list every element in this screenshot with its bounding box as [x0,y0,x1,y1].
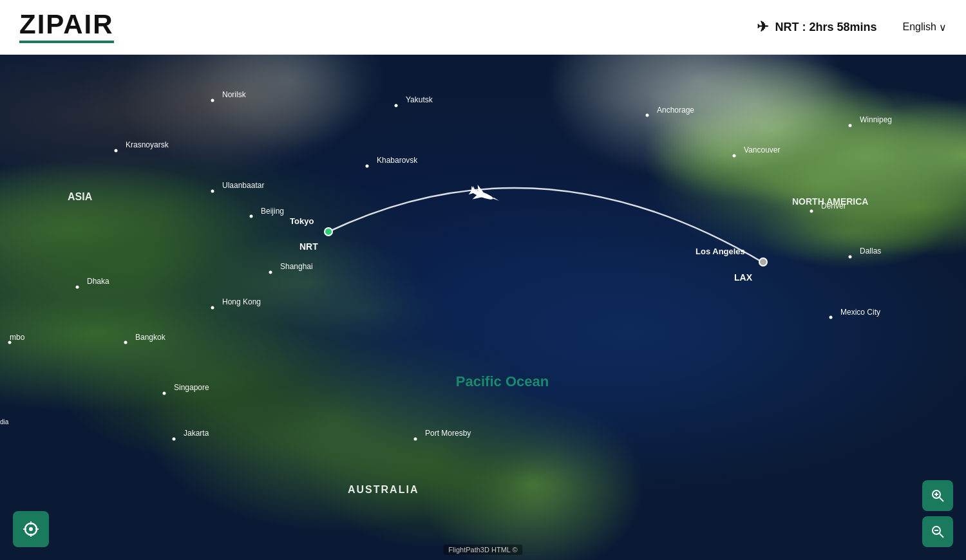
logo-underline [19,41,114,43]
city-dot-ulaanbaatar [211,189,214,192]
logo-text: ZIPAIR [19,11,114,38]
header: ZIPAIR ✈ NRT : 2hrs 58mins English ∨ [0,0,966,55]
city-dot-norilsk [211,98,214,102]
city-dot-vancouver [733,154,736,158]
chevron-down-icon: ∨ [939,21,947,33]
flight-label: NRT : 2hrs 58mins [775,21,876,34]
logo: ZIPAIR [19,11,114,43]
city-dot-yakutsk [395,104,398,107]
airport-dot-lax [759,257,768,266]
svg-line-2 [940,498,943,501]
language-selector[interactable]: English ∨ [903,21,947,33]
city-dot-colombo [8,341,12,344]
location-icon [22,520,40,538]
flight-info: ✈ NRT : 2hrs 58mins [757,19,876,35]
city-dot-mexicocity [829,316,833,319]
city-dot-krasnoyarsk [115,149,118,153]
zoom-in-icon [931,489,944,502]
city-dot-winnipeg [849,124,852,127]
city-dot-hongkong [211,306,214,309]
city-dot-bangkok [124,341,128,344]
zoom-out-button[interactable] [922,516,953,547]
city-dot-dhaka [76,286,79,289]
svg-line-6 [940,534,943,537]
zoom-out-icon [931,525,944,538]
location-reset-button[interactable] [13,511,49,547]
plane-icon-header: ✈ [757,19,768,35]
city-dot-anchorage [646,114,649,117]
header-right: ✈ NRT : 2hrs 58mins English ∨ [757,19,947,35]
city-dot-beijing [250,215,253,218]
map-container: ASIA NORTH AMERICA AUSTRALIA Pacific Oce… [0,55,966,560]
airport-dot-nrt [324,227,333,236]
city-dot-dallas [849,256,852,259]
zoom-in-button[interactable] [922,480,953,511]
city-dot-shanghai [269,270,272,274]
city-dot-khabarovsk [366,164,369,167]
copyright-text: FlightPath3D HTML © [443,545,522,555]
zoom-controls [922,480,953,547]
language-text: English [903,21,936,33]
city-dot-jakarta [173,437,176,440]
city-dot-singapore [163,391,166,395]
city-dot-portmoresby [414,437,417,440]
city-dot-denver [810,210,813,213]
map-background [0,55,966,560]
svg-point-9 [29,527,33,531]
